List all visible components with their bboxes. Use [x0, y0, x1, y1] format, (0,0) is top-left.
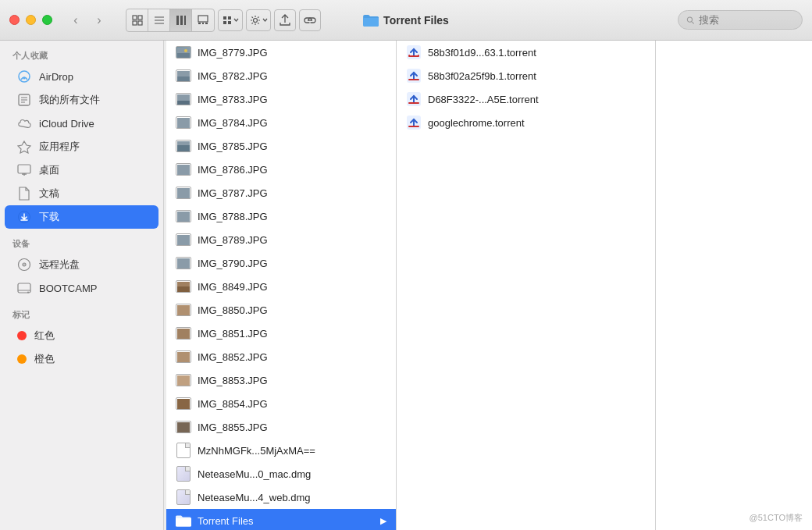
- file-name: IMG_8855.JPG: [198, 422, 268, 433]
- sidebar-item-remote-disc[interactable]: 远程光盘: [5, 253, 158, 276]
- list-item[interactable]: googlechrome.torrent: [397, 111, 655, 134]
- file-name: IMG_8851.JPG: [198, 328, 268, 340]
- disc-svg: [17, 258, 31, 272]
- torrent-icon: [406, 44, 422, 60]
- svg-rect-2: [133, 21, 137, 25]
- file-name: D68F3322-...A5E.torrent: [428, 94, 539, 105]
- view-mode-group: [126, 9, 215, 32]
- sidebar-item-all-files[interactable]: 我的所有文件: [5, 88, 158, 112]
- svg-rect-1: [138, 16, 142, 20]
- search-box[interactable]: [678, 10, 803, 30]
- list-item[interactable]: 58b3f02a25f9b.1.torrent: [397, 64, 655, 87]
- view-column-button[interactable]: [170, 9, 192, 31]
- icloud-label: iCloud Drive: [39, 118, 94, 130]
- sidebar-item-orange-tag[interactable]: 橙色: [5, 347, 158, 371]
- list-item[interactable]: IMG_8853.JPG: [166, 368, 396, 392]
- list-item[interactable]: IMG_8849.JPG: [166, 275, 396, 298]
- view-options-button[interactable]: [218, 9, 243, 31]
- file-name: 58b3f01d9...63.1.torrent: [428, 47, 536, 59]
- gear-button[interactable]: [246, 9, 271, 31]
- list-item[interactable]: IMG_8784.JPG: [166, 111, 396, 134]
- watermark: @51CTO博客: [750, 512, 803, 524]
- svg-rect-50: [177, 188, 190, 198]
- sidebar-item-icloud[interactable]: iCloud Drive: [5, 112, 158, 135]
- icloud-svg: [17, 118, 31, 129]
- torrent-icon: [406, 115, 422, 130]
- svg-rect-59: [177, 375, 190, 386]
- sidebar: 个人收藏 AirDrop 我的所有文件: [0, 41, 164, 530]
- gear-icon: [250, 15, 261, 26]
- icon-view-icon: [132, 15, 143, 26]
- desktop-svg: [17, 164, 31, 176]
- share-button[interactable]: [274, 9, 296, 31]
- list-item[interactable]: IMG_8786.JPG: [166, 158, 396, 181]
- view-toolbar: [126, 9, 321, 32]
- sidebar-item-documents[interactable]: 文稿: [5, 182, 158, 205]
- list-item[interactable]: IMG_8790.JPG: [166, 251, 396, 275]
- documents-icon: [17, 187, 31, 201]
- svg-rect-9: [184, 16, 186, 25]
- all-files-label: 我的所有文件: [39, 93, 100, 107]
- list-item[interactable]: IMG_8779.JPG: [166, 41, 396, 64]
- maximize-button[interactable]: [42, 15, 52, 25]
- minimize-button[interactable]: [26, 15, 36, 25]
- svg-rect-53: [177, 258, 190, 269]
- list-item[interactable]: IMG_8854.JPG: [166, 392, 396, 415]
- sidebar-item-bootcamp[interactable]: BOOTCAMP: [5, 276, 158, 300]
- list-item[interactable]: IMG_8851.JPG: [166, 322, 396, 345]
- grid-options-icon: [223, 16, 232, 25]
- dmg-icon: [176, 489, 191, 505]
- svg-rect-57: [177, 329, 190, 339]
- svg-rect-58: [177, 352, 190, 362]
- list-item[interactable]: IMG_8783.JPG: [166, 87, 396, 111]
- file-name: Torrent Files: [198, 515, 254, 527]
- svg-rect-17: [228, 21, 231, 24]
- list-item[interactable]: D68F3322-...A5E.torrent: [397, 87, 655, 111]
- file-name: IMG_8787.JPG: [198, 187, 268, 199]
- column-1: IMG_8779.JPG IMG_8782.JPG IMG_8783.JPG I…: [166, 41, 397, 530]
- forward-button[interactable]: ›: [88, 9, 110, 31]
- file-name: IMG_8779.JPG: [198, 47, 268, 59]
- list-item-torrent-folder[interactable]: Torrent Files ▶: [166, 509, 396, 530]
- bootcamp-label: BOOTCAMP: [39, 283, 97, 294]
- view-gallery-button[interactable]: [192, 9, 214, 31]
- red-tag-dot: [17, 331, 27, 340]
- file-name: NeteaseMu...4_web.dmg: [198, 492, 311, 503]
- svg-point-38: [27, 292, 29, 293]
- sidebar-item-red-tag[interactable]: 红色: [5, 324, 158, 347]
- nav-buttons: ‹ ›: [65, 9, 110, 31]
- svg-rect-16: [223, 21, 226, 24]
- file-name: IMG_8782.JPG: [198, 70, 268, 82]
- close-button[interactable]: [9, 15, 20, 25]
- back-button[interactable]: ‹: [65, 9, 87, 31]
- list-item[interactable]: NeteaseMu...4_web.dmg: [166, 486, 396, 509]
- list-item[interactable]: IMG_8785.JPG: [166, 134, 396, 158]
- list-item[interactable]: IMG_8852.JPG: [166, 345, 396, 368]
- apps-svg: [17, 140, 31, 154]
- view-list-button[interactable]: [148, 9, 170, 31]
- sidebar-item-downloads[interactable]: 下载: [5, 205, 158, 229]
- column-3: [656, 41, 812, 530]
- sidebar-item-apps[interactable]: 应用程序: [5, 135, 158, 158]
- search-input[interactable]: [699, 14, 794, 26]
- svg-point-35: [23, 264, 25, 265]
- view-icon-button[interactable]: [126, 9, 148, 31]
- list-item[interactable]: IMG_8788.JPG: [166, 205, 396, 228]
- sidebar-item-airdrop[interactable]: AirDrop: [5, 65, 158, 88]
- list-item[interactable]: NeteaseMu...0_mac.dmg: [166, 462, 396, 486]
- svg-rect-52: [177, 235, 190, 245]
- list-item[interactable]: IMG_8787.JPG: [166, 181, 396, 205]
- list-item[interactable]: IMG_8789.JPG: [166, 228, 396, 251]
- list-item[interactable]: MzNhMGFk...5MjAxMA==: [166, 439, 396, 462]
- list-item[interactable]: 58b3f01d9...63.1.torrent: [397, 41, 655, 64]
- svg-rect-61: [177, 422, 190, 432]
- list-item[interactable]: IMG_8782.JPG: [166, 64, 396, 87]
- main-content: 个人收藏 AirDrop 我的所有文件: [0, 41, 812, 530]
- list-item[interactable]: IMG_8850.JPG: [166, 298, 396, 322]
- sidebar-item-desktop[interactable]: 桌面: [5, 158, 158, 182]
- file-name: IMG_8790.JPG: [198, 258, 268, 269]
- downloads-svg: [17, 210, 31, 224]
- generic-file-icon: [176, 443, 191, 458]
- link-button[interactable]: [299, 9, 321, 31]
- list-item[interactable]: IMG_8855.JPG: [166, 415, 396, 439]
